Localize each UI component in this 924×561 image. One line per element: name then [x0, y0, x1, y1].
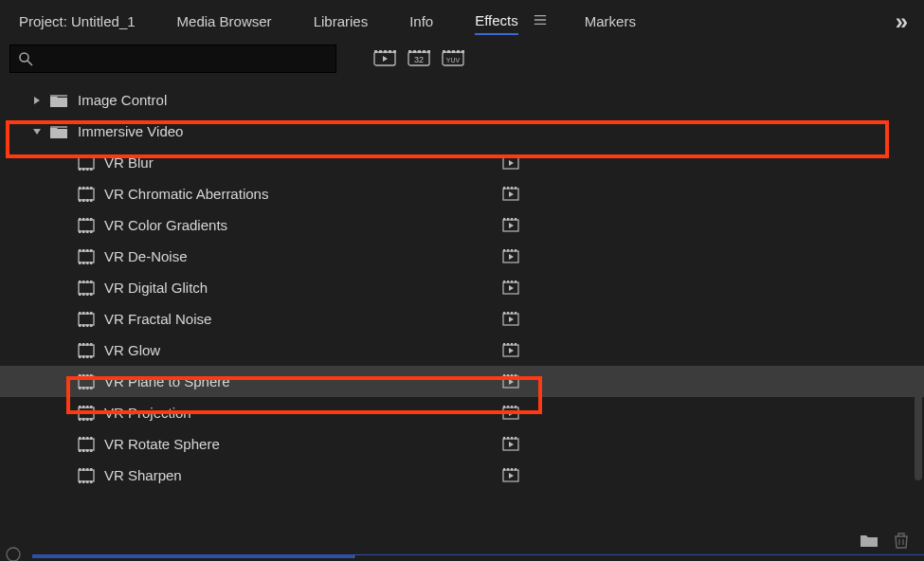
svg-rect-82: [503, 249, 505, 252]
svg-rect-21: [462, 50, 464, 53]
accelerated-badge-icon: [502, 374, 519, 389]
effect-label: VR De-Noise: [104, 248, 188, 264]
svg-rect-52: [503, 187, 505, 190]
svg-rect-135: [86, 374, 89, 377]
svg-rect-11: [413, 50, 416, 53]
svg-rect-109: [86, 324, 89, 327]
svg-rect-112: [503, 312, 505, 315]
svg-rect-160: [515, 406, 516, 408]
svg-rect-128: [507, 343, 509, 346]
svg-rect-29: [82, 155, 85, 158]
svg-rect-31: [90, 155, 93, 158]
folder-label: Image Control: [78, 92, 167, 108]
svg-rect-61: [90, 218, 93, 221]
effect-vr-plane-to-sphere[interactable]: VR Plane to Sphere: [0, 366, 924, 397]
svg-rect-63: [82, 230, 85, 233]
svg-rect-10: [408, 50, 411, 53]
svg-rect-38: [507, 155, 509, 158]
svg-rect-99: [511, 280, 513, 283]
svg-rect-168: [82, 449, 85, 452]
effect-label: VR Fractal Noise: [104, 311, 211, 327]
effect-vr-sharpen[interactable]: VR Sharpen: [0, 460, 924, 491]
svg-rect-134: [82, 374, 85, 377]
tab-info[interactable]: Info: [409, 9, 433, 34]
svg-rect-32: [79, 168, 82, 171]
svg-rect-48: [82, 199, 85, 202]
svg-rect-119: [82, 343, 85, 346]
delete-button[interactable]: [892, 532, 911, 552]
svg-rect-18: [447, 50, 450, 53]
accelerated-badge-icon: [502, 406, 519, 421]
panel-menu-icon[interactable]: [534, 13, 547, 29]
effect-vr-de-noise[interactable]: VR De-Noise: [0, 241, 924, 272]
svg-rect-139: [86, 387, 89, 389]
svg-rect-68: [507, 218, 509, 221]
tab-project[interactable]: Project: Untitled_1: [19, 9, 136, 34]
effects-tree: Image Control Immersive Video VR Blur VR…: [0, 82, 924, 537]
panel-footer: [860, 532, 911, 552]
folder-label: Immersive Video: [78, 123, 183, 139]
search-icon: [18, 51, 33, 66]
svg-rect-183: [82, 480, 85, 483]
tabs-overflow-icon[interactable]: »: [896, 9, 905, 35]
effect-label: VR Sharpen: [104, 467, 182, 483]
effect-vr-fractal-noise[interactable]: VR Fractal Noise: [0, 303, 924, 335]
tab-effects[interactable]: Effects: [475, 8, 518, 35]
svg-rect-33: [82, 168, 85, 171]
effect-vr-rotate-sphere[interactable]: VR Rotate Sphere: [0, 428, 924, 460]
effect-vr-glow[interactable]: VR Glow: [0, 335, 924, 366]
tab-libraries[interactable]: Libraries: [314, 9, 369, 34]
vertical-scrollbar[interactable]: [915, 367, 922, 480]
effect-vr-blur[interactable]: VR Blur: [0, 147, 924, 178]
tab-media-browser[interactable]: Media Browser: [177, 9, 272, 34]
svg-point-0: [20, 53, 28, 62]
svg-rect-103: [79, 312, 82, 315]
svg-rect-150: [86, 406, 89, 408]
svg-marker-116: [509, 317, 514, 322]
svg-rect-118: [79, 343, 82, 346]
svg-rect-188: [507, 468, 509, 471]
effect-icon: [78, 280, 95, 296]
effect-vr-chromatic-aberrations[interactable]: VR Chromatic Aberrations: [0, 178, 924, 209]
folder-image-control[interactable]: Image Control: [0, 84, 924, 116]
svg-rect-62: [79, 230, 82, 233]
svg-rect-73: [79, 249, 82, 252]
svg-rect-136: [90, 374, 93, 377]
svg-rect-133: [79, 374, 82, 377]
svg-rect-182: [79, 480, 82, 483]
effect-icon: [78, 374, 95, 389]
svg-rect-95: [90, 293, 93, 296]
svg-rect-39: [511, 155, 513, 158]
tab-markers[interactable]: Markers: [585, 9, 636, 34]
new-bin-button[interactable]: [860, 532, 879, 552]
accelerated-badge-icon: [502, 249, 519, 264]
accelerated-effects-filter-icon[interactable]: [372, 48, 397, 69]
svg-rect-43: [79, 187, 82, 190]
svg-rect-69: [511, 218, 513, 221]
timeline-bar[interactable]: [32, 554, 924, 558]
effect-vr-projection[interactable]: VR Projection: [0, 397, 924, 428]
svg-rect-151: [90, 406, 93, 408]
playhead-icon: [6, 547, 21, 561]
svg-rect-50: [90, 199, 93, 202]
effect-vr-color-gradients[interactable]: VR Color Gradients: [0, 209, 924, 241]
effect-vr-digital-glitch[interactable]: VR Digital Glitch: [0, 272, 924, 303]
effect-icon: [78, 468, 95, 483]
svg-rect-59: [82, 218, 85, 221]
svg-rect-137: [79, 387, 82, 389]
32bit-filter-icon[interactable]: 32: [407, 48, 431, 69]
svg-rect-173: [507, 437, 509, 440]
yuv-filter-icon[interactable]: YUV: [441, 48, 465, 69]
svg-rect-72: [79, 251, 94, 262]
folder-icon: [49, 124, 68, 139]
svg-rect-53: [507, 187, 509, 190]
accelerated-badge-icon: [502, 280, 519, 296]
svg-marker-23: [34, 97, 40, 104]
svg-rect-167: [79, 449, 82, 452]
svg-rect-84: [511, 249, 513, 252]
folder-immersive-video[interactable]: Immersive Video: [0, 116, 924, 147]
svg-rect-157: [503, 406, 505, 408]
effect-icon: [78, 187, 95, 202]
svg-rect-35: [90, 168, 93, 171]
search-input[interactable]: [9, 45, 336, 73]
